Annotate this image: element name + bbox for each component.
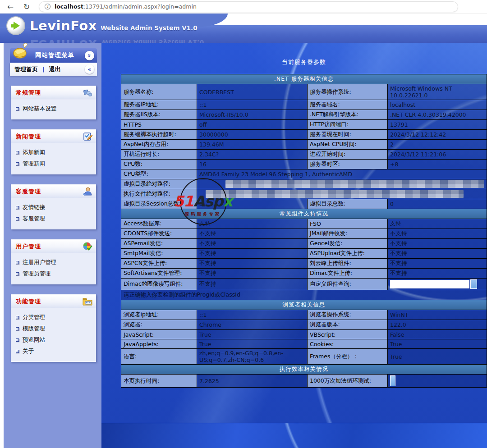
sidebar-item[interactable]: 友情链接 [16, 202, 93, 213]
row-value: Chrome [197, 320, 308, 330]
row-value: ::1 [197, 100, 308, 110]
table-row: 执行文件绝对路径: [121, 189, 487, 199]
folder-icon [82, 296, 93, 307]
row-label: 虚拟目录Session总数: [121, 199, 197, 209]
row-value: 支持 [388, 219, 487, 229]
row-label: ASPCN文件上传: [121, 259, 197, 269]
component-query-input[interactable] [390, 280, 469, 288]
row-label: 自定义组件查询: [308, 279, 388, 290]
row-value: AMD64 Family 23 Model 96 Stepping 1, Aut… [197, 169, 487, 179]
sidebar-item[interactable]: 管理员管理 [16, 268, 93, 279]
panel-title: 功能管理 [16, 297, 41, 306]
sidebar-panel: 用户管理注册用户管理管理员管理 [11, 239, 96, 284]
logo-reflection: LevinFox Website Admin System V1.0 [30, 37, 204, 43]
table-row: 语言:zh,en;q=0.9,en-GB;q=0.8,en-US;q=0.7,z… [121, 349, 487, 365]
sidebar-panel: 功能管理分类管理模版管理预览网站关于 [11, 294, 96, 362]
sidebar-item[interactable]: 预览网站 [16, 334, 93, 346]
row-label: 服务器IP地址: [121, 100, 197, 110]
page-title: 当前服务器参数 [121, 58, 487, 66]
site-info-icon[interactable]: i [45, 4, 51, 9]
row-value: False [388, 330, 487, 339]
sidebar-item[interactable]: 管理新闻 [16, 158, 93, 169]
sidebar-item[interactable]: 关于 [16, 346, 93, 357]
app-title: LevinFox [30, 18, 97, 33]
table-row: HTTPSoffHTTP访问端口:13791 [121, 120, 487, 130]
row-label: JMail邮件收发: [308, 229, 388, 239]
row-label: 服务端脚本执行超时: [121, 130, 197, 140]
component-query-button[interactable] [470, 279, 477, 289]
nav-home-link[interactable]: 管理首页 [14, 65, 38, 73]
row-value: 0 [388, 199, 487, 209]
hint-text: 请正确输入你要检测的组件的ProgId或ClassId [121, 290, 487, 300]
table-row: ASPemail发信:不支持Geocel发信:不支持 [121, 239, 487, 249]
row-value: 13791 [388, 120, 487, 130]
sidebar-panel: 客服管理友情链接客服管理 [11, 184, 96, 229]
levinfox-logo-icon [6, 16, 25, 35]
table-row: 服务器名称:CODERBEST服务器操作系统:Microsoft Windows… [121, 84, 487, 100]
sidebar-item-label: 关于 [23, 347, 34, 355]
row-value: CODERBEST [197, 84, 308, 100]
refresh-icon[interactable]: ↻ [23, 3, 31, 11]
sidebar-item[interactable]: 模版管理 [16, 323, 93, 334]
url-text: localhost:13791/admin/admin.aspx?login=a… [55, 3, 197, 10]
sidebar-item-label: 模版管理 [23, 325, 45, 333]
row-label: 浏览器: [121, 320, 197, 330]
row-label: JavaScript: [121, 330, 197, 339]
sidebar-item[interactable]: 添加新闻 [16, 147, 93, 158]
row-label: 虚拟目录绝对路径: [121, 179, 197, 189]
sidebar-nav: 管理首页 | 退出 « [10, 63, 97, 76]
row-label: Dimac文件上传: [308, 269, 388, 279]
browser-toolbar: ← ↻ i localhost:13791/admin/admin.aspx?l… [0, 0, 487, 14]
row-label: 浏览者操作系统: [308, 310, 388, 320]
row-value: 不支持 [388, 259, 487, 269]
bullet-icon [16, 338, 19, 342]
nav-logout-link[interactable]: 退出 [49, 65, 61, 73]
row-value: True [197, 339, 308, 349]
sidebar-item[interactable]: 网站基本设置 [16, 103, 93, 114]
row-value: 2024/3/12 11:21:06 [388, 150, 487, 160]
row-label: CPU数: [121, 160, 197, 169]
table-row: 虚拟目录Session总数:3虚拟目录总数:0 [121, 199, 487, 209]
row-value: 7.2625 [197, 375, 308, 388]
row-value: 2 [388, 140, 487, 150]
row-label: 执行文件绝对路径: [121, 189, 197, 199]
loop-test-button[interactable] [390, 375, 395, 386]
row-value: Microsoft-IIS/10.0 [197, 110, 308, 120]
address-bar[interactable]: i localhost:13791/admin/admin.aspx?login… [39, 1, 458, 12]
row-value: +8 [388, 160, 487, 169]
footer-band [101, 423, 487, 448]
sidebar-item-label: 添加新闻 [23, 149, 45, 156]
row-label: 语言: [121, 349, 197, 365]
section-header: 浏览者相关信息 [121, 300, 487, 310]
sidebar-menu-header: 网站管理菜单 » [10, 48, 97, 63]
row-value: 不支持 [197, 269, 308, 279]
panel-title: 常规管理 [16, 89, 41, 97]
row-label: 服务器现在时间: [308, 130, 388, 140]
panel-header: 客服管理 [11, 185, 96, 198]
sidebar-item-label: 友情链接 [23, 204, 45, 211]
pie-icon [82, 241, 93, 252]
bullet-icon [16, 316, 19, 319]
collapse-menu-button[interactable]: » [85, 51, 94, 60]
row-label: 进程开始时间: [308, 150, 388, 160]
row-value: localhost [388, 100, 487, 110]
row-label: HTTP访问端口: [308, 120, 388, 130]
sidebar-item[interactable]: 注册用户管理 [16, 257, 93, 268]
section-header: 常见组件支持情况 [121, 209, 487, 219]
menu-title: 网站管理菜单 [35, 51, 74, 59]
sidebar-item[interactable]: 客服管理 [16, 213, 93, 224]
table-row: ASPCN文件上传:不支持刘云峰上传组件:不支持 [121, 259, 487, 269]
row-value: True [197, 330, 308, 339]
row-value: True [388, 339, 487, 349]
row-label: 本页执行时间: [121, 375, 197, 388]
row-value: .NET CLR 4.0.30319.42000 [388, 110, 487, 120]
back-icon[interactable]: ← [6, 3, 14, 11]
collapse-sidebar-button[interactable]: « [85, 64, 94, 74]
panel-title: 新闻管理 [16, 133, 41, 141]
sidebar-item[interactable]: 分类管理 [16, 312, 93, 323]
section-header: .NET 服务器相关信息 [121, 74, 487, 84]
row-label: Cookies: [308, 339, 388, 349]
table-row: CPU数:16服务器时区:+8 [121, 160, 487, 169]
app-subtitle: Website Admin System V1.0 [101, 24, 198, 32]
row-label: 服务器操作系统: [308, 84, 388, 100]
